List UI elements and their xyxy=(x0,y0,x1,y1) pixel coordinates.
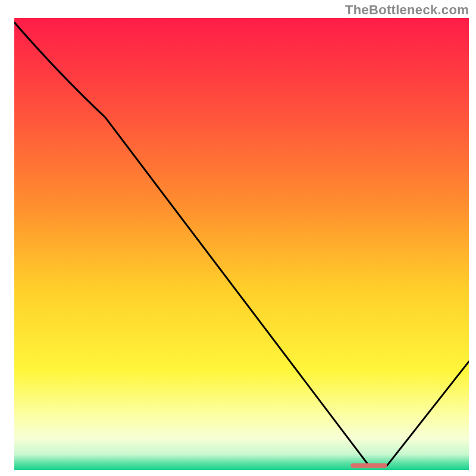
optimal-range-marker xyxy=(350,463,387,468)
plot-gradient-bg xyxy=(14,18,469,470)
bottleneck-chart xyxy=(14,18,469,470)
attribution-label: TheBottleneck.com xyxy=(345,2,469,18)
chart-container: TheBottleneck.com xyxy=(0,0,476,476)
